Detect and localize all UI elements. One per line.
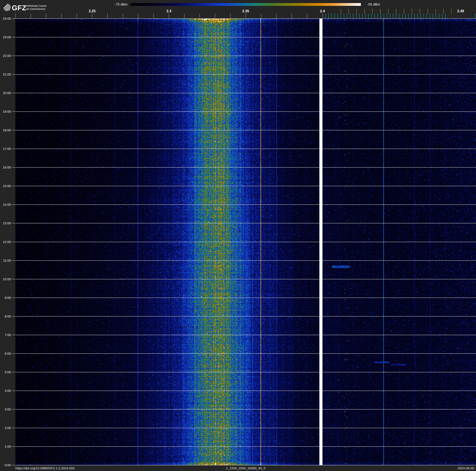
hour-gridline	[15, 149, 476, 149]
freq-tick-minor	[61, 14, 62, 18]
freq-tick-minor	[215, 14, 215, 18]
time-tick-label: 14:00	[0, 203, 11, 206]
date-text: 2024-06-05	[458, 466, 474, 470]
freq-tick-minor	[322, 14, 323, 18]
channel-tick-cyan	[325, 14, 326, 18]
channel-tick-cyan	[393, 14, 393, 18]
hour-gridline	[15, 223, 476, 223]
channel-tick-yellow	[341, 9, 341, 14]
time-tick-label: 9:00	[0, 296, 11, 300]
hour-gridline	[15, 353, 476, 354]
logo-subtitle-line1: Helmholtz Centre	[26, 4, 47, 8]
channel-tick-cyan	[384, 14, 384, 18]
channel-tick-yellow	[435, 9, 436, 14]
time-tick	[12, 18, 15, 19]
channel-tick-cyan	[350, 14, 350, 18]
time-tick	[12, 316, 15, 317]
freq-tick-minor	[261, 14, 261, 18]
spectrogram-page: { "header": { "logo": { "acronym": "GFZ"…	[0, 0, 476, 471]
logo-subtitle-line2: for Geosciences	[26, 8, 47, 11]
time-tick	[12, 223, 15, 223]
time-tick-label: 23:00	[0, 35, 11, 39]
hour-gridline	[15, 93, 476, 93]
channel-tick-cyan	[427, 14, 427, 18]
time-tick-label: 15:00	[0, 184, 11, 188]
hour-gridline	[15, 465, 476, 465]
time-tick	[12, 130, 15, 130]
time-tick-label: 12:00	[0, 240, 11, 244]
channel-tick-cyan	[439, 14, 439, 18]
channel-tick-cyan	[341, 14, 341, 18]
freq-tick-minor	[276, 14, 276, 18]
channel-tick-cyan	[338, 14, 338, 18]
channel-tick-cyan	[436, 14, 436, 18]
hour-gridline	[15, 260, 476, 261]
channel-tick-cyan	[475, 14, 476, 18]
hour-gridline	[15, 279, 476, 279]
channel-tick-cyan	[408, 14, 408, 18]
freq-tick-minor	[31, 14, 31, 18]
time-tick-label: 17:00	[0, 147, 11, 151]
hour-gridline	[15, 391, 476, 391]
hour-gridline	[15, 18, 476, 19]
channel-tick-cyan	[442, 14, 442, 18]
channel-tick-cyan	[335, 14, 335, 18]
channel-tick-cyan	[365, 14, 366, 18]
channel-tick-cyan	[399, 14, 399, 18]
time-tick-label: 7:00	[0, 333, 11, 337]
channel-tick-cyan	[445, 14, 445, 18]
time-tick-label: 10:00	[0, 277, 11, 281]
hour-gridline	[15, 37, 476, 37]
hour-gridline	[15, 446, 476, 447]
channel-tick-yellow	[428, 9, 428, 14]
time-tick	[12, 465, 15, 465]
freq-tick-label: 2.49	[454, 9, 468, 13]
time-tick-label: 5:00	[0, 370, 11, 374]
time-tick-label: 2:00	[0, 426, 11, 430]
freq-tick-minor	[169, 14, 169, 18]
channel-tick-cyan	[347, 14, 347, 18]
hour-gridline	[15, 167, 476, 167]
hour-gridline	[15, 130, 476, 130]
time-tick	[12, 37, 15, 37]
channel-tick-cyan	[411, 14, 412, 18]
time-tick	[12, 74, 15, 74]
freq-tick-minor	[200, 14, 200, 18]
time-tick-label: 19:00	[0, 110, 11, 113]
time-tick	[12, 111, 15, 112]
hour-gridline	[15, 242, 476, 242]
hour-gridline	[15, 204, 476, 205]
time-tick-label: 3:00	[0, 408, 11, 411]
freq-tick-minor	[307, 14, 307, 18]
hour-gridline	[15, 186, 476, 186]
time-tick-label: 18:00	[0, 128, 11, 132]
gfz-logo-text: GFZ	[12, 4, 26, 12]
time-tick-label: 0:00	[0, 463, 11, 467]
channel-tick-cyan	[332, 14, 332, 18]
filename-text: 1_2200_2500_10000_40_0	[15, 466, 476, 470]
freq-tick-label: 2.3	[162, 9, 176, 13]
hour-gridline	[15, 428, 476, 428]
hour-gridline	[15, 372, 476, 372]
time-tick	[12, 298, 15, 298]
colorbar-min-label: -75 dBm	[106, 3, 127, 6]
channel-tick-yellow	[372, 9, 373, 14]
channel-tick-yellow	[396, 9, 396, 14]
time-tick	[12, 242, 15, 242]
time-tick-label: 13:00	[0, 221, 11, 225]
hour-gridline	[15, 56, 476, 56]
channel-tick-yellow	[451, 9, 452, 14]
time-tick	[12, 260, 15, 261]
channel-tick-yellow	[349, 9, 349, 14]
channel-tick-cyan	[372, 14, 372, 18]
time-tick	[12, 186, 15, 186]
time-tick-label: 8:00	[0, 314, 11, 318]
channel-tick-cyan	[362, 14, 362, 18]
channel-tick-yellow	[357, 9, 357, 14]
time-tick-label: 20:00	[0, 91, 11, 95]
channel-tick-cyan	[387, 14, 387, 18]
time-tick-label: 4:00	[0, 389, 11, 393]
time-tick-label: 21:00	[0, 72, 11, 76]
channel-tick-cyan	[396, 14, 396, 18]
channel-tick-cyan	[414, 14, 415, 18]
